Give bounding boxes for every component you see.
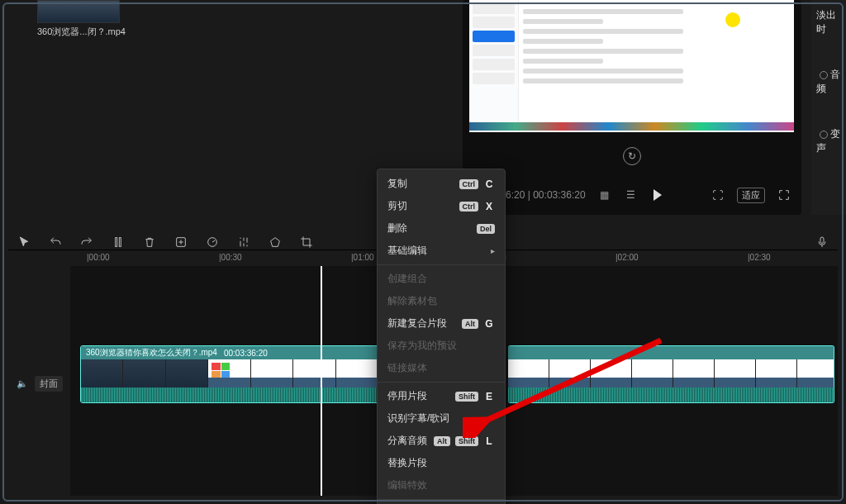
clip-duration: 00:03:36:20 (224, 349, 268, 358)
split-icon[interactable] (111, 235, 126, 250)
preview-page-sidebar (469, 0, 519, 132)
redo-icon[interactable] (79, 235, 94, 250)
context-menu: 复制CtrlC 剪切CtrlX 删除Del 基础编辑▸ 创建组合 解除素材包 新… (377, 169, 506, 504)
freeze-icon[interactable] (173, 235, 188, 250)
track-headers: 🔈 封面 (8, 266, 70, 496)
media-filename: 360浏览器...闭？.mp4 (37, 26, 128, 38)
menu-delete[interactable]: 删除Del (378, 217, 505, 240)
total-time: 00:03:36:20 (530, 189, 586, 201)
menu-edit-fx: 编辑特效 (378, 474, 505, 497)
undo-icon[interactable] (48, 235, 63, 250)
svg-rect-1 (119, 238, 121, 247)
preview-taskbar (469, 122, 794, 131)
ruler-tick: |01:00 (351, 253, 374, 262)
clip-title: 360浏览器猜你喜欢怎么关闭？.mp4 (86, 347, 217, 359)
menu-recognize-subtitle[interactable]: 识别字幕/歌词 (378, 407, 505, 430)
media-thumbnail (37, 0, 120, 23)
list-view-icon[interactable]: ☰ (624, 188, 639, 202)
fullscreen-icon[interactable] (777, 188, 791, 202)
select-tool-icon[interactable] (17, 235, 31, 250)
preview-controls: 00:00:36:20 | 00:03:36:20 ▦ ☰ 适应 (463, 175, 801, 215)
voice-change-option[interactable]: 变声 (811, 124, 846, 159)
menu-create-group: 创建组合 (378, 268, 505, 290)
menu-link-media: 链接媒体 (378, 357, 505, 379)
audio-waveform (81, 388, 378, 402)
grid-view-icon[interactable]: ▦ (597, 188, 612, 202)
ruler-tick: |02:00 (615, 253, 639, 262)
mask-icon[interactable] (268, 235, 283, 250)
menu-copy[interactable]: 复制CtrlC (378, 173, 505, 195)
preview-panel: ↻ 00:00:36:20 | 00:03:36:20 ▦ ☰ 适应 (463, 0, 801, 215)
right-properties-panel: 淡出时 音频 变声 (811, 0, 846, 215)
speed-icon[interactable] (205, 235, 220, 250)
menu-split-audio[interactable]: 分离音频AltShiftL (378, 430, 505, 452)
adapt-button[interactable]: 适应 (737, 188, 765, 203)
menu-cut[interactable]: 剪切CtrlX (378, 195, 505, 217)
ruler-tick: |00:30 (219, 253, 242, 262)
ruler-tick: |00:00 (87, 253, 110, 262)
crop-icon[interactable] (299, 235, 314, 250)
sync-icon[interactable]: ↻ (623, 147, 641, 165)
preview-page-content (523, 4, 790, 88)
clip-header: 360浏览器猜你喜欢怎么关闭？.mp4 00:03:36:20 (81, 346, 378, 359)
menu-new-compound[interactable]: 新建复合片段AltG (378, 312, 505, 335)
audio-option[interactable]: 音频 (811, 64, 846, 99)
cover-button[interactable]: 封面 (35, 376, 63, 392)
menu-release-pack: 解除素材包 (378, 290, 505, 312)
menu-disable-clip[interactable]: 停用片段ShiftE (378, 385, 505, 407)
play-button[interactable] (650, 188, 665, 202)
menu-replace-clip[interactable]: 替换片段 (378, 452, 505, 474)
microphone-icon[interactable] (815, 235, 829, 250)
media-item[interactable]: 360浏览器...闭？.mp4 (37, 0, 128, 38)
speaker-icon[interactable]: 🔈 (17, 378, 28, 389)
video-clip[interactable]: 360浏览器猜你喜欢怎么关闭？.mp4 00:03:36:20 (80, 345, 379, 403)
main-track-header[interactable]: 🔈 封面 (8, 361, 70, 406)
fade-out-option[interactable]: 淡出时 (811, 5, 846, 40)
adjust-icon[interactable] (236, 235, 251, 250)
clip-thumbnails (81, 359, 378, 389)
delete-icon[interactable] (142, 235, 157, 250)
svg-rect-4 (820, 237, 824, 243)
scan-icon[interactable] (711, 188, 725, 202)
ruler-tick: |02:30 (748, 253, 771, 262)
menu-save-preset: 保存为我的预设 (378, 335, 505, 357)
menu-basic-edit[interactable]: 基础编辑▸ (378, 240, 505, 262)
preview-video-frame[interactable] (469, 0, 794, 132)
svg-rect-0 (116, 238, 117, 247)
video-clip[interactable] (508, 345, 834, 403)
